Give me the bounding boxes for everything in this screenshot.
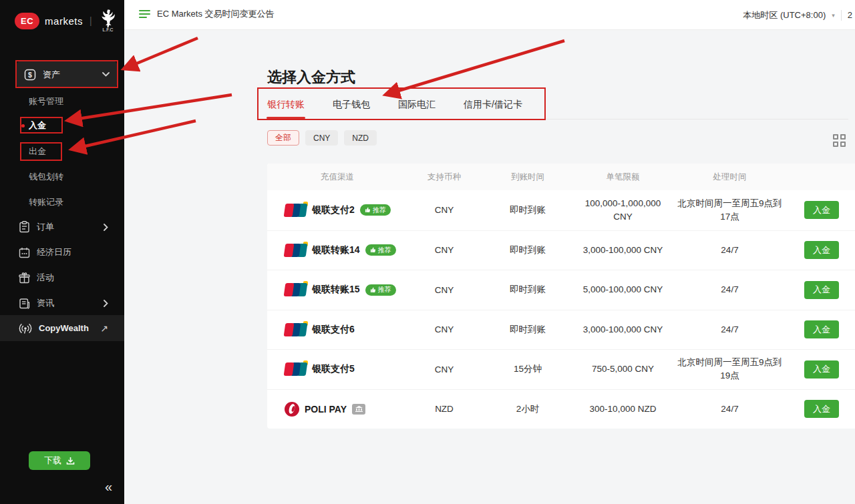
currency: CNY (407, 285, 481, 295)
topbar: EC Markets 交易时间变更公告 本地时区 (UTC+8:00) ▾ 2 (124, 0, 855, 30)
broadcast-icon (19, 323, 32, 334)
svg-text:L.F.C: L.F.C (102, 27, 113, 32)
external-link-icon: ↗ (100, 323, 108, 334)
currency: CNY (407, 364, 481, 374)
arrival-time: 即时到账 (481, 324, 574, 336)
assets-dollar-icon: $ (24, 69, 36, 81)
deposit-button[interactable]: 入金 (804, 360, 839, 379)
sidebar-item-label: 资讯 (37, 297, 97, 309)
filter-chip-nzd[interactable]: NZD (344, 130, 377, 146)
sidebar-item-account-management[interactable]: 账号管理 (29, 95, 63, 108)
bank-icon (352, 404, 365, 415)
processing-hours: 24/7 (671, 283, 788, 296)
download-icon (66, 457, 75, 465)
topbar-right-clipped: 2 (848, 10, 852, 20)
sidebar-item-label: 经济日历 (37, 246, 108, 258)
col-header-currency: 支持币种 (407, 172, 481, 183)
recommend-badge: 推荐 (360, 204, 391, 216)
channel-name: POLI PAY (305, 404, 347, 415)
announcement-text: EC Markets 交易时间变更公告 (157, 8, 275, 20)
tab-credit-debit-card[interactable]: 信用卡/借记卡 (464, 89, 522, 119)
chevron-down-icon: ▾ (832, 12, 835, 19)
limit: 100,000-1,000,000 CNY (582, 197, 664, 223)
chevron-right-icon (104, 300, 108, 307)
deposit-button[interactable]: 入金 (804, 241, 839, 259)
sidebar-item-label: 资产 (43, 69, 96, 81)
deposit-button[interactable]: 入金 (804, 201, 839, 219)
arrival-time: 15分钟 (481, 363, 574, 375)
topbar-divider (841, 10, 842, 21)
table-header-row: 充值渠道 支持币种 到账时间 单笔限额 处理时间 (267, 164, 855, 190)
deposit-method-tabs: 银行转账 电子钱包 国际电汇 信用卡/借记卡 (267, 89, 848, 119)
channel-name: 银联支付5 (312, 363, 355, 375)
table-row: 银联转账14 推荐 CNY 即时到账 3,000-100,000 CNY 24/… (267, 230, 855, 270)
processing-hours: 24/7 (671, 244, 788, 257)
channel-name: 银联转账14 (312, 244, 360, 256)
download-button[interactable]: 下载 (29, 451, 90, 470)
timezone-selector[interactable]: 本地时区 (UTC+8:00) (743, 9, 826, 21)
processing-hours: 北京时间周一至周五9点到19点 (671, 356, 788, 383)
grid-view-icon[interactable] (833, 134, 846, 148)
announcement-lines-icon (139, 8, 150, 20)
unionpay-logo (285, 283, 307, 296)
sidebar-item-withdraw[interactable]: 出金 (29, 145, 46, 158)
chevron-right-icon (104, 224, 108, 231)
recommend-badge: 推荐 (365, 284, 396, 296)
sidebar-item-copywealth[interactable]: CopyWealth ↗ (0, 315, 124, 341)
sidebar-item-transfer-records[interactable]: 转账记录 (29, 196, 63, 209)
arrival-time: 即时到账 (481, 204, 574, 216)
active-dot (21, 124, 25, 128)
deposit-button[interactable]: 入金 (804, 400, 839, 418)
tab-ewallet[interactable]: 电子钱包 (333, 89, 370, 119)
currency: CNY (407, 245, 481, 255)
news-icon (19, 298, 30, 309)
unionpay-logo (285, 323, 307, 336)
sidebar-item-label: 订单 (37, 221, 97, 233)
col-header-channel: 充值渠道 (267, 172, 407, 183)
arrival-time: 即时到账 (481, 284, 574, 296)
page-title: 选择入金方式 (267, 67, 355, 87)
svg-text:$: $ (28, 71, 32, 79)
sidebar-collapse-icon[interactable]: « (105, 479, 112, 495)
table-row: POLI PAY NZD 2小时 300-10,000 NZD 24/7 入金 (267, 389, 855, 429)
sidebar-item-wallet-transfer[interactable]: 钱包划转 (29, 170, 63, 184)
tab-international-wire[interactable]: 国际电汇 (398, 89, 436, 119)
sidebar-item-news[interactable]: 资讯 (0, 290, 124, 316)
col-header-hours: 处理时间 (671, 172, 788, 183)
table-row: 银联支付2 推荐 CNY 即时到账 100,000-1,000,000 CNY … (267, 190, 855, 230)
orders-icon (19, 221, 30, 233)
announcement-link[interactable]: EC Markets 交易时间变更公告 (139, 8, 275, 20)
limit: 750-5,000 CNY (592, 362, 654, 376)
table-row: 银联支付5 CNY 15分钟 750-5,000 CNY 北京时间周一至周五9点… (267, 349, 855, 389)
calendar-icon (19, 247, 30, 258)
logo-divider: | (90, 15, 92, 26)
sidebar-item-deposit[interactable]: 入金 (29, 119, 46, 132)
recommend-badge: 推荐 (365, 244, 396, 256)
deposit-button[interactable]: 入金 (804, 320, 839, 338)
deposit-button[interactable]: 入金 (804, 281, 839, 299)
limit: 3,000-100,000 CNY (583, 244, 663, 257)
table-row: 银联转账15 推荐 CNY 即时到账 5,000-100,000 CNY 24/… (267, 270, 855, 310)
filter-chip-all[interactable]: 全部 (267, 130, 299, 146)
poli-logo (285, 402, 299, 417)
tab-bank-transfer[interactable]: 银行转账 (267, 89, 305, 119)
download-label: 下载 (44, 455, 61, 467)
sidebar-item-events[interactable]: 活动 (0, 265, 124, 290)
sidebar-item-assets[interactable]: $ 资产 (16, 61, 118, 88)
processing-hours: 北京时间周一至周五9点到17点 (671, 197, 788, 224)
unionpay-logo (285, 244, 307, 257)
markets-wordmark: markets (45, 15, 83, 27)
chevron-down-icon (102, 72, 110, 77)
deposit-channels-table: 充值渠道 支持币种 到账时间 单笔限额 处理时间 银联支付2 推荐 CNY 即时… (267, 164, 855, 429)
sidebar-item-label: 活动 (37, 272, 108, 284)
currency-filter-chips: 全部 CNY NZD (267, 130, 377, 146)
arrival-time: 2小时 (481, 403, 574, 415)
sidebar-item-orders[interactable]: 订单 (0, 214, 124, 240)
currency: CNY (407, 324, 481, 334)
col-header-arrival: 到账时间 (481, 172, 574, 183)
unionpay-logo (285, 204, 307, 217)
filter-chip-cny[interactable]: CNY (305, 130, 338, 146)
sidebar-item-economic-calendar[interactable]: 经济日历 (0, 240, 124, 265)
channel-name: 银联转账15 (312, 284, 360, 296)
channel-name: 银联支付2 (312, 204, 355, 216)
